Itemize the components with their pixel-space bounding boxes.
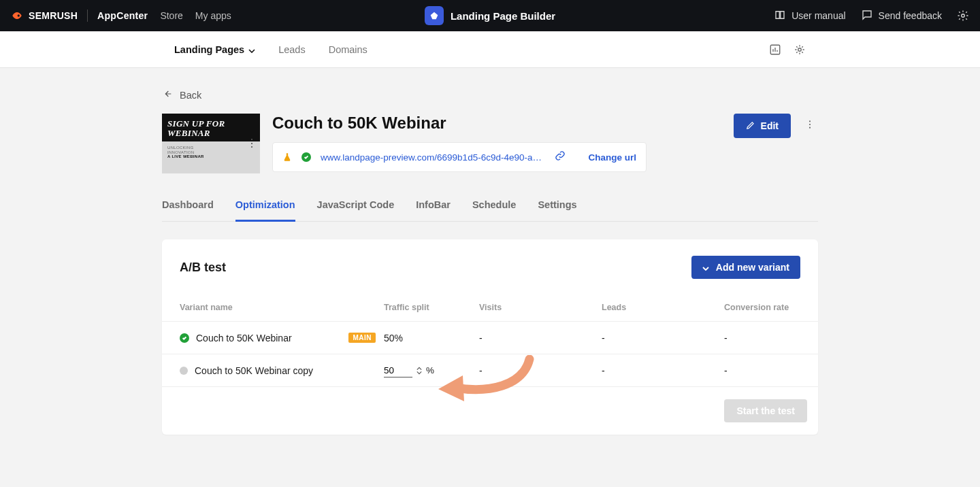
svg-point-3: [798, 48, 802, 51]
change-url-link[interactable]: Change url: [588, 152, 636, 163]
svg-point-0: [18, 14, 20, 16]
app-chip[interactable]: Landing Page Builder: [425, 6, 555, 25]
brand[interactable]: SEMRUSH AppCenter: [11, 10, 148, 22]
thumbnail-headline-2: WEBINAR: [167, 129, 255, 138]
pencil-icon: [746, 120, 755, 132]
ab-test-card: A/B test Add new variant Variant name Tr…: [162, 239, 818, 435]
edit-button[interactable]: Edit: [734, 114, 791, 138]
user-manual-link[interactable]: User manual: [774, 9, 845, 23]
status-check-icon: [301, 152, 311, 162]
traffic-split-field: %: [384, 364, 479, 377]
traffic-split-value: 50%: [384, 333, 479, 343]
card-head: A/B test Add new variant: [162, 239, 818, 294]
add-variant-label: Add new variant: [716, 262, 789, 273]
traffic-split-input[interactable]: [384, 364, 412, 377]
table-row: Couch to 50K Webinar copy % - - -: [162, 354, 818, 386]
card-footer: Start the test: [162, 386, 818, 435]
svg-point-4: [809, 120, 811, 122]
variant-cell: Couch to 50K Webinar MAIN: [180, 333, 384, 343]
thumbnail-headline-1: SIGN UP FOR: [167, 119, 255, 129]
caret-down-icon: [702, 262, 709, 273]
edit-button-label: Edit: [761, 120, 779, 131]
link-icon[interactable]: [555, 150, 566, 164]
page-thumbnail[interactable]: SIGN UP FOR WEBINAR UNLOCKING INNOVATION…: [162, 114, 260, 173]
subnav-right: [769, 44, 806, 56]
add-variant-button[interactable]: Add new variant: [691, 256, 800, 279]
topbar: SEMRUSH AppCenter Store My apps Landing …: [0, 0, 980, 31]
visits-value: -: [479, 365, 602, 376]
variant-name: Couch to 50K Webinar: [196, 333, 292, 343]
svg-point-6: [809, 127, 811, 129]
arrow-left-icon: [162, 88, 173, 101]
svg-point-5: [809, 124, 811, 125]
variant-cell: Couch to 50K Webinar copy: [180, 365, 384, 376]
back-label: Back: [180, 90, 201, 101]
tab-dashboard[interactable]: Dashboard: [162, 192, 214, 222]
book-icon: [774, 9, 786, 23]
semrush-logo-icon: [11, 10, 23, 22]
nav-store[interactable]: Store: [160, 10, 182, 21]
workspace-settings-icon[interactable]: [794, 44, 806, 56]
thumbnail-sub-3: A LIVE WEBINAR: [167, 154, 204, 158]
thumbnail-hero: SIGN UP FOR WEBINAR: [162, 114, 260, 141]
start-test-button[interactable]: Start the test: [724, 399, 807, 422]
table-head: Variant name Traffic split Visits Leads …: [162, 294, 818, 321]
number-stepper[interactable]: [416, 367, 422, 375]
tabs: Dashboard Optimization JavaScript Code I…: [162, 192, 818, 222]
col-conversion-rate: Conversion rate: [724, 303, 800, 312]
subnav: Landing Pages Leads Domains: [0, 31, 980, 68]
variant-name: Couch to 50K Webinar copy: [195, 365, 313, 376]
caret-down-icon: [248, 44, 255, 55]
page-title: Couch to 50K Webinar: [272, 114, 721, 133]
conversion-value: -: [724, 365, 800, 376]
header-actions: Edit: [734, 114, 818, 138]
thumbnail-sub: UNLOCKING INNOVATION A LIVE WEBINAR: [162, 141, 260, 163]
page-url[interactable]: www.landpage-preview.com/6699b1d5-6c9d-4…: [321, 152, 545, 163]
status-inactive-icon: [180, 367, 188, 375]
chevron-down-icon: [416, 371, 422, 375]
svg-point-1: [962, 14, 965, 18]
tab-schedule[interactable]: Schedule: [472, 192, 516, 222]
url-card: www.landpage-preview.com/6699b1d5-6c9d-4…: [272, 142, 647, 172]
col-leads: Leads: [602, 303, 724, 312]
send-feedback-link[interactable]: Send feedback: [861, 9, 942, 23]
analytics-icon[interactable]: [769, 44, 781, 56]
chat-icon: [861, 9, 873, 23]
appcenter-text: AppCenter: [97, 10, 148, 21]
brand-text: SEMRUSH: [29, 10, 78, 21]
back-link[interactable]: Back: [162, 88, 201, 101]
thumbnail-sub-2: INNOVATION: [167, 150, 255, 155]
subnav-leads[interactable]: Leads: [278, 44, 306, 55]
subnav-landing-pages[interactable]: Landing Pages: [174, 44, 255, 55]
percent-label: %: [426, 365, 434, 375]
subnav-landing-pages-label: Landing Pages: [174, 44, 244, 55]
tab-optimization[interactable]: Optimization: [235, 192, 295, 222]
tab-javascript-code[interactable]: JavaScript Code: [317, 192, 395, 222]
title-column: Couch to 50K Webinar www.landpage-previe…: [272, 114, 721, 172]
nav-my-apps[interactable]: My apps: [195, 10, 231, 21]
send-feedback-label: Send feedback: [879, 10, 942, 21]
thumbnail-menu-icon[interactable]: ⋮: [246, 137, 257, 150]
leads-value: -: [602, 333, 724, 343]
flask-icon: [282, 152, 292, 162]
page-kebab-icon[interactable]: [802, 116, 818, 135]
topbar-right: User manual Send feedback: [774, 9, 969, 23]
status-active-icon: [180, 333, 189, 343]
settings-gear-icon[interactable]: [957, 10, 969, 22]
col-traffic-split: Traffic split: [384, 303, 479, 312]
page-header: SIGN UP FOR WEBINAR UNLOCKING INNOVATION…: [162, 114, 818, 173]
visits-value: -: [479, 333, 602, 343]
tab-infobar[interactable]: InfoBar: [416, 192, 451, 222]
content: Back SIGN UP FOR WEBINAR UNLOCKING INNOV…: [162, 68, 818, 435]
col-variant-name: Variant name: [180, 303, 384, 312]
app-chip-icon: [425, 6, 444, 25]
tab-settings[interactable]: Settings: [538, 192, 576, 222]
card-title: A/B test: [180, 261, 226, 275]
topbar-left: SEMRUSH AppCenter Store My apps: [11, 10, 231, 22]
subnav-domains[interactable]: Domains: [329, 44, 368, 55]
col-visits: Visits: [479, 303, 602, 312]
user-manual-label: User manual: [791, 10, 845, 21]
app-chip-label: Landing Page Builder: [451, 10, 555, 22]
thumbnail-sub-1: UNLOCKING: [167, 146, 255, 150]
conversion-value: -: [724, 333, 800, 343]
